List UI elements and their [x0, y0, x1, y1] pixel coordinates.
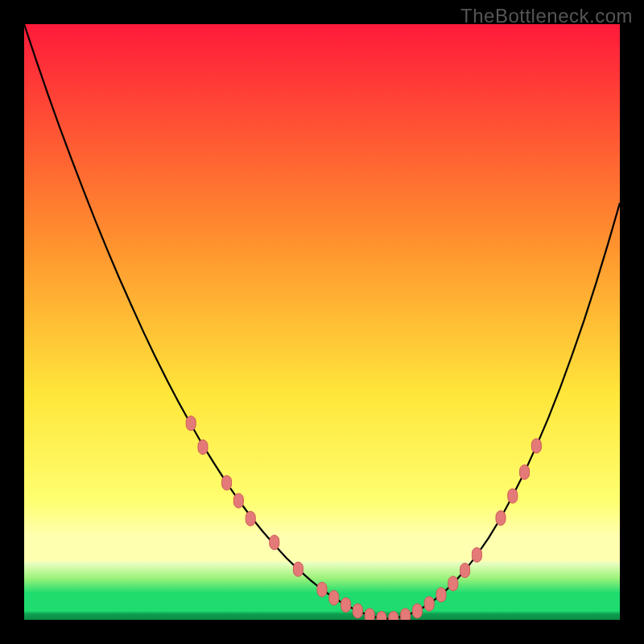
- curve-marker: [424, 597, 434, 611]
- chart-plot-area: [24, 24, 620, 620]
- curve-marker: [508, 489, 518, 503]
- curve-marker: [270, 535, 279, 550]
- curve-marker: [412, 604, 422, 618]
- curve-marker: [377, 612, 386, 621]
- watermark-text: TheBottleneck.com: [460, 5, 633, 27]
- curve-marker: [460, 564, 470, 578]
- curve-marker: [436, 588, 446, 602]
- curve-marker: [198, 440, 208, 454]
- curve-marker: [401, 609, 411, 620]
- curve-marker: [353, 604, 362, 618]
- curve-marker: [389, 612, 398, 621]
- curve-marker: [531, 439, 541, 453]
- curve-marker: [222, 476, 232, 490]
- curve-marker: [186, 416, 196, 431]
- curve-marker: [317, 582, 327, 597]
- curve-marker: [496, 511, 506, 526]
- curve-marker: [448, 576, 458, 591]
- curve-marker: [233, 493, 243, 508]
- curve-marker: [472, 547, 481, 562]
- chart-frame: TheBottleneck.com: [0, 0, 644, 644]
- curve-marker: [329, 591, 339, 605]
- chart-background: [24, 24, 620, 620]
- curve-marker: [293, 562, 303, 576]
- chart-svg: [24, 24, 620, 620]
- curve-marker: [365, 609, 374, 620]
- curve-marker: [246, 511, 255, 526]
- curve-marker: [520, 465, 530, 480]
- curve-marker: [341, 598, 351, 613]
